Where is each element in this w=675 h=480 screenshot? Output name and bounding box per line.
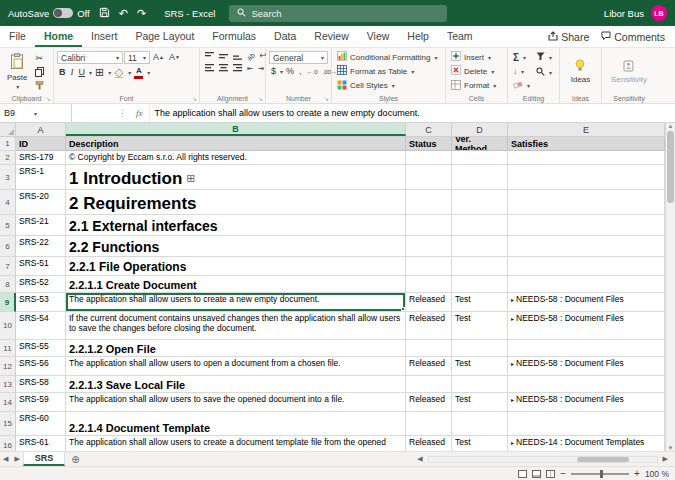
zoom-slider[interactable] [571,473,629,475]
fill-button[interactable]: ↓▾ [511,65,532,77]
cell-status[interactable]: Released [406,436,452,451]
cell-description[interactable]: 2.2.1.1 Create Document [66,276,406,293]
cell-styles-button[interactable]: Cell Styles▾ [335,80,442,92]
row-header-10[interactable]: 10 [0,312,16,340]
zoom-slider-thumb[interactable] [600,470,603,478]
increase-indent-icon[interactable]: ⇥ [256,64,266,73]
vertical-scroll-track[interactable] [666,129,675,445]
font-size-select[interactable]: 11▾ [124,51,150,64]
copy-icon[interactable] [33,66,46,78]
column-header-A[interactable]: A [16,123,66,136]
cell-description[interactable]: 2.2.1 File Operations [66,257,406,276]
alignment-dialog-launcher[interactable]: ↘ [258,95,263,102]
increase-decimal-icon[interactable]: ←.0 [305,68,320,76]
comments-button[interactable]: Comments [601,31,665,43]
vertical-scroll-thumb[interactable] [667,131,674,203]
cell-status[interactable] [406,165,452,190]
page-break-view-icon[interactable] [546,470,555,478]
tab-data[interactable]: Data [265,26,305,47]
cell-description[interactable]: The application shall allow users to ope… [66,357,406,376]
select-all-button[interactable] [0,123,16,136]
increase-font-icon[interactable]: A▲ [151,52,166,63]
column-header-B[interactable]: B [66,123,406,136]
share-button[interactable]: Share [548,31,589,43]
cell-id[interactable]: SRS-21 [16,215,66,236]
horizontal-scrollbar[interactable]: ◀ ▶ [414,452,675,466]
align-bottom-icon[interactable] [231,51,244,61]
row-header-1[interactable]: 1 [0,137,16,151]
format-painter-icon[interactable] [33,80,46,91]
bold-button[interactable]: B [57,67,68,78]
cell-ver-method[interactable] [452,257,508,276]
cell-satisfies[interactable] [508,236,665,257]
percent-format-icon[interactable]: % [284,66,296,77]
expand-icon[interactable]: ▸ [511,437,514,448]
format-cells-button[interactable]: Format▾ [449,80,504,92]
align-center-icon[interactable] [217,63,230,73]
search-input[interactable]: Search [229,5,447,22]
row-header-12[interactable]: 12 [0,357,16,376]
delete-cells-button[interactable]: Delete▾ [449,65,504,77]
column-header-C[interactable]: C [406,123,452,136]
name-box[interactable]: B9 ▾ [0,104,72,122]
page-layout-view-icon[interactable] [532,470,541,478]
column-header-D[interactable]: D [452,123,508,136]
sheet-tab-srs[interactable]: SRS [23,452,66,466]
align-left-icon[interactable] [203,63,216,73]
cell-description[interactable]: 2 Requirements [66,190,406,215]
cell-description[interactable]: 2.2.1.2 Open File [66,340,406,357]
cell-ver-method[interactable]: Test [452,357,508,376]
undo-icon[interactable]: ↶ [119,8,128,19]
tab-review[interactable]: Review [305,26,357,47]
cell-description[interactable]: © Copyright by Eccam s.r.o. All rights r… [66,151,406,165]
cell-satisfies[interactable] [508,376,665,393]
avatar[interactable]: LB [651,5,667,21]
cell-id[interactable]: SRS-59 [16,393,66,412]
cell-status[interactable] [406,257,452,276]
find-select-button[interactable]: ▾ [534,66,554,79]
new-sheet-button[interactable]: ⊕ [65,452,85,466]
column-header-E[interactable]: E [508,123,665,136]
font-color-icon[interactable]: A [132,66,145,80]
insert-cells-button[interactable]: Insert▾ [449,51,504,63]
save-icon[interactable] [99,7,110,20]
tab-view[interactable]: View [358,26,399,47]
cell-ver-method[interactable]: Test [452,393,508,412]
zoom-out-button[interactable]: − [560,469,566,479]
cell-description[interactable]: If the current document contains unsaved… [66,312,406,340]
cell-satisfies[interactable] [508,190,665,215]
cell-id[interactable]: SRS-58 [16,376,66,393]
selected-cell[interactable]: The application shall allow users to cre… [66,293,406,312]
row-header-14[interactable]: 14 [0,393,16,412]
sensitivity-button[interactable]: Sensitivity [607,59,651,85]
accounting-format-icon[interactable]: $ [269,66,278,77]
font-dialog-launcher[interactable]: ↘ [192,95,197,102]
cell-ver-method[interactable]: Test [452,293,508,312]
row-header-15[interactable]: 15 [0,412,16,436]
cell-description[interactable]: 2.1 External interfaces [66,215,406,236]
cell-status[interactable] [406,340,452,357]
cell-status[interactable] [406,215,452,236]
header-cell-A1[interactable]: ID [16,137,66,151]
cell-id[interactable]: SRS-54 [16,312,66,340]
cell-satisfies[interactable]: ▸NEEDS-58 : Document Files [508,312,665,340]
insert-function-button[interactable]: fx [130,104,150,122]
row-header-2[interactable]: 2 [0,151,16,165]
number-format-select[interactable]: General▾ [269,51,328,64]
normal-view-icon[interactable] [518,470,527,478]
cell-ver-method[interactable] [452,151,508,165]
redo-icon[interactable]: ↷ [137,8,146,19]
borders-icon[interactable]: ⊞ [93,66,106,79]
cell-id[interactable]: SRS-55 [16,340,66,357]
hscroll-right-icon[interactable]: ▶ [660,455,671,463]
format-as-table-button[interactable]: Format as Table▾ [335,65,442,77]
cell-description[interactable]: 2.2.1.3 Save Local File [66,376,406,393]
row-header-3[interactable]: 3 [0,165,16,190]
cell-satisfies[interactable]: ▸NEEDS-14 : Document Templates [508,436,665,451]
header-cell-B1[interactable]: Description [66,137,406,151]
zoom-level[interactable]: 100 % [645,469,669,479]
zoom-in-button[interactable]: + [634,469,640,479]
formula-input[interactable]: The application shall allow users to cre… [150,104,420,122]
header-cell-D1[interactable]: Ver. Method [452,137,508,151]
cell-status[interactable] [406,190,452,215]
